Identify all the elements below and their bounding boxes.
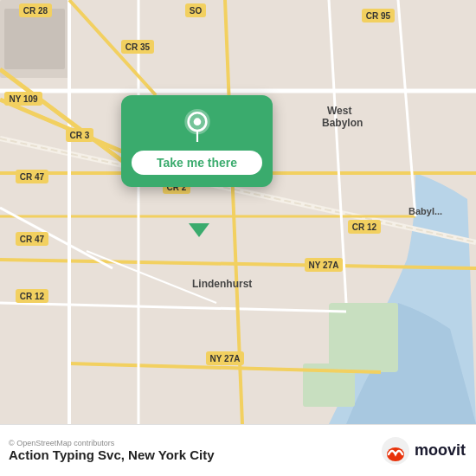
take-me-there-button[interactable]: Take me there <box>132 151 262 175</box>
svg-text:NY 27A: NY 27A <box>309 261 339 270</box>
svg-text:NY 109: NY 109 <box>9 94 38 104</box>
svg-text:Lindenhurst: Lindenhurst <box>192 278 252 290</box>
bottom-bar: © OpenStreetMap contributors Action Typi… <box>0 424 476 476</box>
svg-rect-4 <box>4 9 65 69</box>
moovit-icon <box>382 437 409 465</box>
svg-text:Babyl...: Babyl... <box>408 206 442 216</box>
svg-text:SO: SO <box>190 6 203 16</box>
svg-text:CR 12: CR 12 <box>352 222 377 232</box>
location-pin-icon <box>181 109 214 142</box>
map-container: CR 28 SO CR 95 NY 109 CR 35 CR 3 West Ba… <box>0 0 476 424</box>
bottom-info: © OpenStreetMap contributors Action Typi… <box>9 439 215 462</box>
svg-text:West: West <box>327 105 351 117</box>
popup-triangle <box>189 223 209 237</box>
moovit-logo: moovit <box>382 437 466 465</box>
svg-text:CR 28: CR 28 <box>23 6 48 16</box>
svg-point-55 <box>193 118 201 125</box>
svg-text:CR 3: CR 3 <box>70 131 90 140</box>
popup-card[interactable]: Take me there <box>121 95 273 187</box>
svg-text:CR 35: CR 35 <box>125 42 151 52</box>
svg-text:CR 47: CR 47 <box>20 235 45 244</box>
place-name: Action Typing Svc, New York City <box>9 447 215 462</box>
svg-text:NY 27A: NY 27A <box>210 354 241 363</box>
svg-text:Babylon: Babylon <box>322 117 363 129</box>
map-svg: CR 28 SO CR 95 NY 109 CR 35 CR 3 West Ba… <box>0 0 476 424</box>
svg-text:CR 95: CR 95 <box>366 11 391 21</box>
svg-rect-1 <box>329 303 398 372</box>
svg-text:CR 12: CR 12 <box>20 292 45 301</box>
moovit-text: moovit <box>415 441 466 460</box>
svg-text:CR 47: CR 47 <box>20 172 45 182</box>
attribution-text: © OpenStreetMap contributors <box>9 439 215 447</box>
